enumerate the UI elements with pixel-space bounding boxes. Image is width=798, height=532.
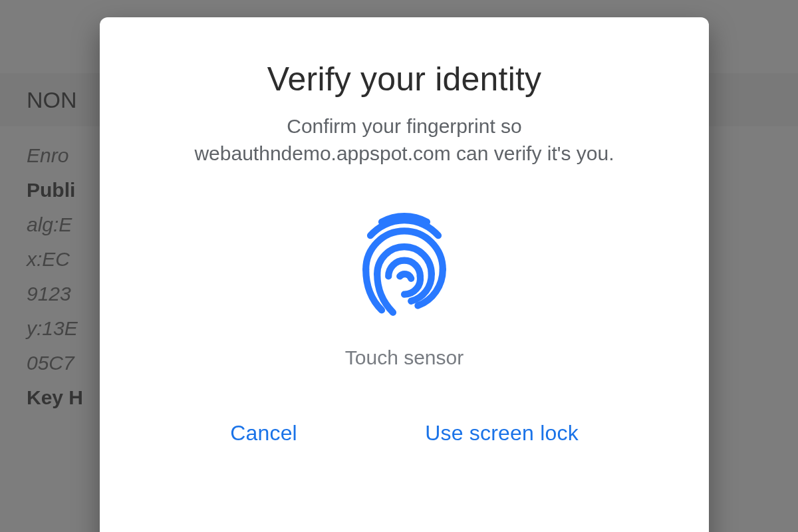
fingerprint-icon[interactable] <box>344 203 464 323</box>
cancel-button[interactable]: Cancel <box>213 409 315 458</box>
use-screen-lock-button[interactable]: Use screen lock <box>408 409 596 458</box>
biometric-dialog: Verify your identity Confirm your finger… <box>100 17 709 532</box>
dialog-title: Verify your identity <box>267 60 542 98</box>
dialog-subtitle: Confirm your fingerprint so webauthndemo… <box>158 113 650 167</box>
dialog-actions: Cancel Use screen lock <box>146 409 662 471</box>
touch-sensor-label: Touch sensor <box>345 346 464 369</box>
